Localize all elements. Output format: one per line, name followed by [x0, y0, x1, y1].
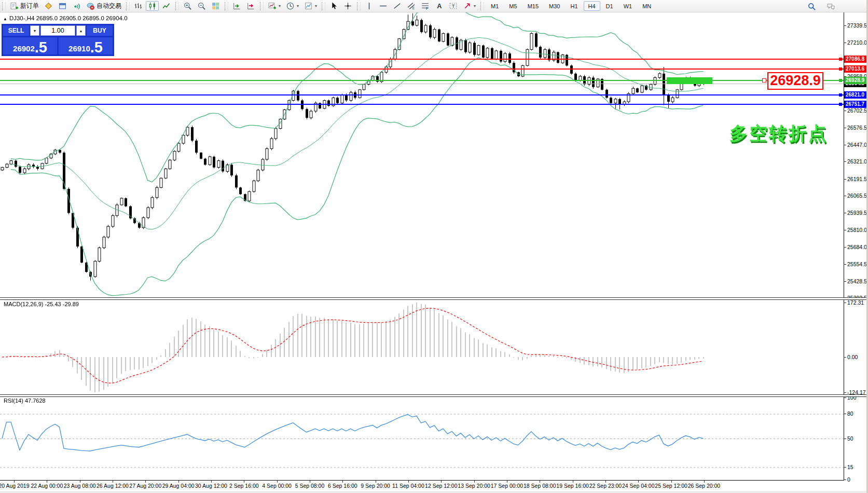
price-callout-label[interactable]: 26928.9: [767, 72, 823, 90]
arrows-button[interactable]: ▾: [461, 1, 478, 11]
timeframe-m15[interactable]: M15: [523, 1, 543, 11]
time-axis-tick: [310, 481, 310, 483]
hline-26821.0[interactable]: [0, 94, 844, 95]
time-axis-tick: [474, 481, 475, 483]
main-chart-canvas[interactable]: [0, 12, 844, 297]
line-anchor[interactable]: [839, 93, 842, 97]
line-anchor[interactable]: [839, 103, 842, 106]
rsi-panel-canvas[interactable]: [0, 397, 844, 481]
volume-increase-button[interactable]: ▲: [76, 25, 86, 36]
crosshair-button[interactable]: [341, 1, 354, 11]
templates-button[interactable]: ▾: [302, 1, 319, 11]
sell-price-button[interactable]: 26902.5: [3, 37, 57, 54]
timeframe-h4[interactable]: H4: [584, 1, 600, 11]
rsi-indicator-label: RSI(14) 47.7628: [4, 398, 46, 404]
indicators-button[interactable]: ▾: [266, 1, 283, 11]
timeframe-m30[interactable]: M30: [544, 1, 564, 11]
chart-shift-button[interactable]: [244, 1, 257, 11]
periods-icon: [286, 2, 295, 10]
bar-chart-button[interactable]: [132, 1, 145, 11]
search-button[interactable]: [805, 2, 818, 11]
panel-splitter[interactable]: [0, 297, 868, 300]
volume-input[interactable]: 1.00: [40, 25, 75, 36]
time-axis-tick: [47, 481, 47, 483]
timeframe-mn[interactable]: MN: [638, 1, 656, 11]
rsi-axis-tick: [844, 467, 846, 468]
tile-windows-button[interactable]: [209, 1, 222, 11]
tile-windows-icon: [211, 2, 220, 10]
price-line-badge: 26928.9: [844, 77, 868, 84]
buy-price-button[interactable]: 26910.5: [59, 37, 113, 54]
cursor-button[interactable]: [327, 1, 340, 11]
volume-decrease-button[interactable]: ▼: [30, 25, 39, 36]
text-button[interactable]: A: [433, 1, 446, 11]
symbol-header[interactable]: ▲DJ30-,H4 26895.0 26905.0 26895.0 26904.…: [3, 15, 128, 21]
line-anchor[interactable]: [762, 78, 766, 83]
time-axis-tick: [441, 481, 442, 483]
market-watch-button[interactable]: [42, 1, 55, 11]
line-chart-button[interactable]: [160, 1, 173, 11]
collapse-icon[interactable]: ▲: [3, 17, 7, 21]
zoom-out-button[interactable]: [195, 1, 208, 11]
timeframe-h1[interactable]: H1: [566, 1, 582, 11]
hline-27086.8[interactable]: [0, 59, 844, 60]
hline-26751.7[interactable]: [0, 104, 844, 105]
fibonacci-button[interactable]: F: [419, 1, 432, 11]
time-axis-tick: [80, 481, 80, 483]
line-anchor[interactable]: [839, 79, 842, 82]
time-axis-tick: [342, 481, 343, 483]
line-anchor[interactable]: [839, 58, 842, 61]
rsi-axis-tick: [844, 480, 846, 480]
timeframe-m5[interactable]: M5: [504, 1, 521, 11]
sell-button[interactable]: SELL: [3, 25, 29, 36]
signals-button[interactable]: [70, 1, 83, 11]
timeframe-m1[interactable]: M1: [486, 1, 503, 11]
macd-axis-tick: [844, 392, 846, 393]
line-anchor[interactable]: [839, 67, 842, 71]
hline-27013.6[interactable]: [0, 69, 844, 70]
price-axis-tick: [844, 111, 846, 111]
text-label-button[interactable]: T: [447, 1, 460, 11]
highlight-rect[interactable]: [667, 77, 712, 84]
price-axis-label: 26321.0: [847, 158, 867, 165]
timeframe-d1[interactable]: D1: [601, 1, 618, 11]
new-order-icon: [10, 2, 19, 10]
macd-indicator-label: MACD(12,26,9) -25.43 -29.89: [4, 301, 79, 307]
time-axis-tick: [113, 481, 113, 483]
vertical-line-button[interactable]: [363, 1, 376, 11]
new-order-button[interactable]: 新订单: [8, 1, 41, 11]
zoom-in-button[interactable]: [181, 1, 194, 11]
horizontal-line-button[interactable]: [377, 1, 390, 11]
equidistant-channel-button[interactable]: E: [405, 1, 418, 11]
autotrading-button[interactable]: 自动交易: [84, 1, 123, 11]
price-line-badge: 26821.0: [844, 91, 868, 99]
time-axis-label: 17 Sep 00:00: [491, 483, 523, 489]
price-axis-tick: [844, 145, 846, 145]
time-axis-label: 25 Sep 12:00: [655, 483, 687, 489]
trendline-button[interactable]: [391, 1, 404, 11]
periods-button[interactable]: ▾: [284, 1, 301, 11]
time-axis-label: 5 Sep 08:00: [295, 483, 325, 489]
time-axis-label: 11 Sep 04:00: [392, 483, 424, 489]
price-axis-tick: [844, 264, 846, 265]
timeframe-w1[interactable]: W1: [619, 1, 637, 11]
price-axis-tick: [844, 247, 846, 248]
time-axis-label: 13 Sep 20:00: [458, 483, 490, 489]
indicators-icon: [268, 2, 277, 10]
auto-scroll-button[interactable]: [230, 1, 243, 11]
zoom-out-icon: [197, 2, 206, 10]
chat-button[interactable]: [824, 2, 837, 11]
hline-26928.9[interactable]: [0, 80, 844, 81]
buy-button[interactable]: BUY: [87, 25, 113, 36]
panel-splitter[interactable]: [0, 394, 868, 397]
chevron-down-icon: ▾: [474, 4, 476, 8]
macd-panel-canvas[interactable]: [0, 300, 844, 394]
price-axis-label: 26065.5: [847, 193, 867, 199]
price-axis-tick: [844, 25, 846, 26]
data-window-button[interactable]: [56, 1, 69, 11]
macd-axis-tick: [844, 303, 846, 303]
time-axis-label: 24 Sep 04:00: [622, 483, 654, 489]
timeframe-w1-label: W1: [621, 2, 635, 10]
time-axis-tick: [671, 481, 672, 483]
candlestick-chart-button[interactable]: [146, 1, 159, 11]
